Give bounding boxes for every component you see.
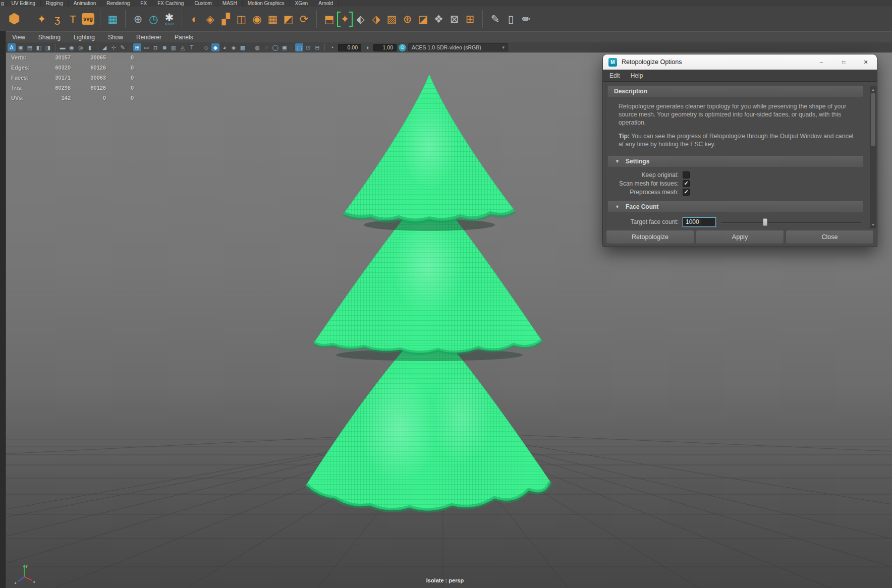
sparkle-tool-icon[interactable]: ✦ xyxy=(35,12,48,27)
safe-action-icon[interactable]: ◬ xyxy=(179,43,187,51)
scrollbar-thumb[interactable] xyxy=(871,93,875,146)
apply-button[interactable]: Apply xyxy=(696,230,784,244)
curve-pencil-icon[interactable]: ✎ xyxy=(488,12,502,27)
menu-show[interactable]: Show xyxy=(108,34,123,41)
boxed-target-icon[interactable]: ⊠ xyxy=(448,12,461,27)
description-section-header[interactable]: Description xyxy=(608,86,863,97)
wireframe-icon[interactable]: ◢ xyxy=(100,43,108,51)
close-button[interactable]: Close xyxy=(786,230,874,244)
motion-blur-icon[interactable]: ◌ xyxy=(262,43,270,51)
scroll-down-icon[interactable]: ▼ xyxy=(870,221,876,227)
maya-polygon-ball-icon[interactable]: ⬢ xyxy=(5,12,23,27)
bookmark-icon[interactable]: ◧ xyxy=(35,43,43,51)
quad-pencil-icon[interactable]: ✏ xyxy=(520,12,533,27)
view-video-icon[interactable]: ▬ xyxy=(59,43,67,51)
shelf-tab-fx-caching[interactable]: FX Caching xyxy=(152,0,189,7)
multisample-icon[interactable]: ◯ xyxy=(271,43,280,51)
shelf-tab-animation[interactable]: Animation xyxy=(69,0,101,7)
time-options-icon[interactable]: ◷ xyxy=(147,12,160,27)
sculpt-pencil-icon[interactable]: ✎ xyxy=(119,43,127,51)
spread-diamonds-icon[interactable]: ❖ xyxy=(432,12,445,27)
scroll-up-icon[interactable]: ▲ xyxy=(870,86,876,92)
menu-panels[interactable]: Panels xyxy=(175,34,193,41)
layout-squares-icon[interactable]: ▞ xyxy=(219,12,233,27)
depth-peeling-icon[interactable]: ▣ xyxy=(281,43,289,51)
grid-toggle-icon[interactable]: ⊞ xyxy=(133,43,141,51)
safe-title-icon[interactable]: T xyxy=(188,43,196,51)
playblast-icon[interactable]: ◉ xyxy=(68,43,76,51)
shelf-tab-mash[interactable]: MASH xyxy=(217,0,243,7)
fill-grid-icon[interactable]: ▦ xyxy=(266,12,280,27)
gate-mask-icon[interactable]: ◙ xyxy=(160,43,169,51)
exposure-field[interactable]: 0.00 xyxy=(338,44,361,51)
shelf-tab-arnold[interactable]: Arnold xyxy=(313,0,339,7)
snap-to-origin-icon[interactable]: ✱0,0,0 xyxy=(162,12,176,27)
type-tool-icon[interactable]: T xyxy=(66,12,80,27)
joints-xray-icon[interactable]: ⊟ xyxy=(313,43,321,51)
gamma-icon[interactable]: ◑ xyxy=(363,43,371,51)
shade-smooth-icon[interactable]: ◆ xyxy=(211,43,219,51)
pane-layout-icon[interactable]: ▮ xyxy=(86,43,94,51)
dialog-menu-help[interactable]: Help xyxy=(631,72,643,79)
face-count-section-header[interactable]: ▼ Face Count xyxy=(608,201,863,212)
lock-camera-icon[interactable]: ▣ xyxy=(17,43,25,51)
film-gate-icon[interactable]: ▭ xyxy=(142,43,150,51)
retopologize-tool-icon[interactable]: ✦ xyxy=(338,12,352,27)
resolution-gate-icon[interactable]: ◘ xyxy=(151,43,159,51)
menu-lighting[interactable]: Lighting xyxy=(74,34,95,41)
diamond-sphere-icon[interactable]: ◈ xyxy=(203,12,217,27)
flip-normals-icon[interactable]: ◩ xyxy=(282,12,295,27)
dialog-menu-edit[interactable]: Edit xyxy=(609,72,620,79)
menu-shading[interactable]: Shading xyxy=(38,34,61,41)
target-face-count-slider[interactable] xyxy=(721,217,862,227)
shelf-tab-custom[interactable]: Custom xyxy=(189,0,217,7)
menu-renderer[interactable]: Renderer xyxy=(136,34,161,41)
use-all-lights-icon[interactable]: ◈ xyxy=(230,43,238,51)
reduce-grid-icon[interactable]: ▨ xyxy=(385,12,399,27)
sphere-grid-icon[interactable]: ⊞ xyxy=(463,12,477,27)
rotate-components-icon[interactable]: ⟳ xyxy=(297,12,311,27)
retopologize-button[interactable]: Retopologize xyxy=(606,230,694,244)
shelf-tab-uv-editing[interactable]: UV Editing xyxy=(7,0,41,7)
occlusion-icon[interactable]: ◍ xyxy=(253,43,261,51)
dialog-scrollbar[interactable]: ▲ ▼ xyxy=(870,86,876,228)
flip-page-icon[interactable]: ◪ xyxy=(416,12,430,27)
shelf-tab-xgen[interactable]: XGen xyxy=(290,0,314,7)
project-sphere-icon[interactable]: ◐ xyxy=(188,12,201,27)
snapshot-icon[interactable]: ◎ xyxy=(77,43,85,51)
gamma-field[interactable]: 1.00 xyxy=(373,44,397,51)
extrude-cube-icon[interactable]: ⬒ xyxy=(322,12,336,27)
shelf-tab-rigging[interactable]: Rigging xyxy=(41,0,69,7)
flow-diamonds-icon[interactable]: ⬖ xyxy=(354,12,367,27)
minimize-button[interactable]: – xyxy=(810,54,832,70)
camera-attributes-icon[interactable]: ▤ xyxy=(26,43,34,51)
shade-wireframe-icon[interactable]: ◇ xyxy=(202,43,210,51)
svg-tool-icon[interactable]: svg xyxy=(82,13,94,25)
node-grid-icon[interactable]: ▦ xyxy=(106,12,120,27)
xray-icon[interactable]: ⊡ xyxy=(304,43,312,51)
isolate-select-icon[interactable]: ⬚ xyxy=(295,43,303,51)
settings-section-header[interactable]: ▼ Settings xyxy=(608,156,863,167)
spiral-curve-icon[interactable]: ʒ xyxy=(50,12,64,27)
shelf-tab-fx[interactable]: FX xyxy=(135,0,152,7)
menu-view[interactable]: View xyxy=(12,34,25,41)
keep-original-checkbox[interactable] xyxy=(683,171,690,179)
wheel-sphere-icon[interactable]: ⊛ xyxy=(401,12,414,27)
wrap-sphere-icon[interactable]: ◉ xyxy=(250,12,264,27)
points-icon[interactable]: ⊹ xyxy=(109,43,118,51)
colorspace-dropdown[interactable]: ACES 1.0 SDR-video (sRGB)▾ xyxy=(408,43,508,51)
shade-textured-icon[interactable]: ◕ xyxy=(220,43,229,51)
exposure-icon[interactable]: ◔ xyxy=(328,43,336,51)
dialog-titlebar[interactable]: M Retopologize Options – □ ✕ xyxy=(603,54,877,70)
maximize-button[interactable]: □ xyxy=(832,54,855,70)
image-plane-icon[interactable]: ◨ xyxy=(44,43,52,51)
color-management-icon[interactable]: ⊙ xyxy=(399,44,406,51)
field-chart-icon[interactable]: ▥ xyxy=(170,43,178,51)
shelf-tab-partial[interactable]: g xyxy=(0,0,7,7)
cube-corner-icon[interactable]: ⬗ xyxy=(369,12,383,27)
select-camera-icon[interactable]: A xyxy=(8,43,16,51)
scan-mesh-checkbox[interactable]: ✓ xyxy=(683,180,690,187)
edit-points-icon[interactable]: ▯ xyxy=(504,12,518,27)
target-face-count-input[interactable]: 1000 xyxy=(683,217,716,227)
shelf-tab-rendering[interactable]: Rendering xyxy=(101,0,135,7)
